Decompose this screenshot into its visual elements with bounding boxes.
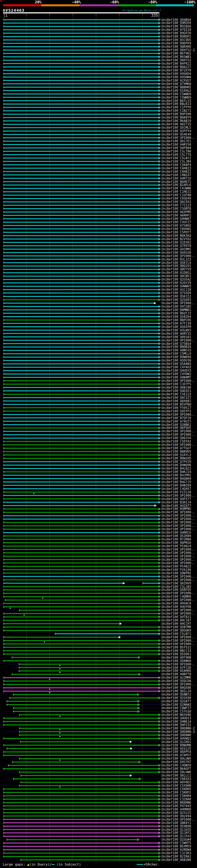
- alignment-bar: [4, 340, 159, 341]
- alignment-bar: [4, 580, 159, 581]
- alignment-bar: [20, 728, 159, 729]
- arrowhead-icon: [159, 373, 161, 375]
- arrowhead-icon: [159, 180, 161, 183]
- arrowhead-icon: [137, 693, 139, 695]
- alignment-bar: [4, 103, 159, 104]
- alignment-bar: [4, 556, 159, 557]
- alignment-bar: [4, 363, 159, 364]
- segment-start-tick: [4, 413, 4, 416]
- segment-start-tick: [4, 174, 4, 176]
- query-gap-triangle-icon: [49, 678, 51, 680]
- segment-start-tick: [4, 393, 4, 395]
- alignment-bar: [4, 43, 159, 44]
- arrowhead-icon: [159, 434, 161, 436]
- segment-start-tick: [4, 376, 4, 378]
- arrowhead-icon: [138, 656, 140, 659]
- alignment-bar: [10, 698, 159, 698]
- arrowhead-icon: [159, 724, 161, 726]
- query-gap-triangle-icon: [49, 688, 51, 690]
- arrowhead-icon: [159, 852, 161, 854]
- alignment-bar: [4, 19, 159, 20]
- arrowhead-icon: [139, 673, 141, 675]
- segment-start-tick: [4, 805, 4, 807]
- ruler-tick: [26, 13, 27, 16]
- alignment-bar: [4, 114, 159, 115]
- arrowhead-icon: [159, 666, 161, 669]
- arrowhead-icon: [159, 501, 161, 503]
- segment-start-tick: [4, 724, 4, 726]
- alignment-bar: [4, 687, 159, 688]
- arrowhead-icon: [159, 390, 161, 392]
- segment-start-tick: [4, 305, 4, 308]
- alignment-bar: [4, 77, 159, 78]
- query-gap-triangle-icon: [33, 493, 34, 494]
- arrowhead-icon: [159, 576, 161, 578]
- arrowhead-icon: [159, 683, 161, 685]
- arrowhead-icon: [159, 285, 161, 287]
- alignment-bar: [4, 202, 159, 202]
- alignment-bar: [4, 171, 159, 172]
- arrowhead-icon: [159, 319, 161, 321]
- query-gap-triangle-icon: [59, 759, 61, 761]
- segment-start-tick: [4, 454, 4, 456]
- segment-start-tick: [4, 167, 4, 169]
- identity-scale-segment: [79, 4, 118, 6]
- alignment-bar: [4, 525, 159, 526]
- segment-start-tick: [4, 602, 4, 604]
- alignment-bar: [4, 809, 159, 810]
- alignment-bar: [4, 279, 159, 280]
- segment-start-tick: [4, 444, 4, 446]
- alignment-bar: [13, 694, 138, 695]
- segment-start-tick: [4, 390, 4, 392]
- arrowhead-icon: [159, 613, 161, 615]
- segment-start-tick: [4, 569, 4, 571]
- arrowhead-icon: [159, 582, 161, 584]
- arrowhead-icon: [159, 815, 161, 817]
- segment-start-tick: [4, 336, 4, 338]
- alignment-bar: [4, 680, 159, 681]
- arrowhead-icon: [159, 640, 161, 642]
- arrowhead-icon: [159, 329, 161, 331]
- arrowhead-icon: [159, 110, 161, 112]
- identity-scale-segment: [41, 4, 79, 6]
- segment-start-tick: [4, 106, 4, 108]
- arrowhead-icon: [159, 565, 161, 567]
- alignment-bar: [4, 144, 159, 145]
- arrowhead-icon: [159, 802, 161, 804]
- alignment-bar: [4, 515, 159, 516]
- arrowhead-icon: [159, 545, 161, 547]
- arrowhead-icon: [159, 42, 161, 44]
- ruler-end-label: 335|: [135, 13, 160, 18]
- segment-start-tick: [4, 751, 4, 753]
- segment-start-tick: [4, 471, 4, 473]
- alignment-bar: [4, 130, 159, 131]
- segment-start-tick: [4, 683, 4, 685]
- arrowhead-icon: [159, 413, 161, 416]
- segment-start-tick: [4, 802, 4, 804]
- alignment-bar: [4, 46, 159, 47]
- ruler-tick: [73, 13, 73, 16]
- alignment-bar: [4, 417, 159, 418]
- segment-start-tick: [4, 116, 4, 119]
- segment-start-tick: [4, 59, 4, 61]
- segment-start-tick: [4, 491, 4, 493]
- arrowhead-icon: [159, 410, 161, 412]
- alignment-bar: [4, 117, 159, 118]
- segment-start-tick: [4, 848, 4, 851]
- open-arrowhead-icon: [131, 747, 133, 749]
- alignment-bar: [4, 36, 159, 37]
- gap-legend-mid: (in Query)/: [29, 863, 52, 866]
- segment-start-tick: [4, 538, 4, 540]
- segment-start-tick: [4, 829, 4, 831]
- alignment-bar: [7, 701, 138, 702]
- segment-start-tick: [4, 100, 4, 102]
- alignment-bar: [20, 735, 159, 736]
- query-extent-line: [156, 303, 161, 303]
- alignment-bar: [4, 23, 159, 23]
- arrowhead-icon: [159, 86, 161, 88]
- arrowhead-icon: [159, 29, 161, 31]
- segment-start-tick: [4, 738, 4, 740]
- alignment-bar: [7, 839, 138, 840]
- alignment-bar: [4, 356, 159, 358]
- identity-scale-label: ~80%: [149, 0, 157, 4]
